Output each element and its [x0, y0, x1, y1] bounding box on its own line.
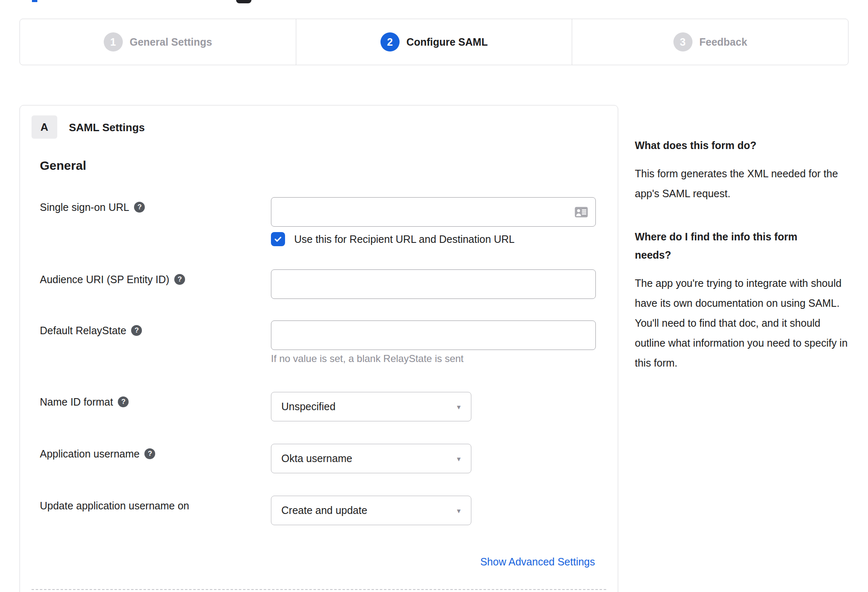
step-1-number-badge: 1: [104, 32, 123, 51]
checkmark-icon: [273, 235, 283, 244]
step-2-number-badge: 2: [380, 32, 400, 51]
name-id-format-value: Unspecified: [281, 401, 336, 413]
help-icon[interactable]: ?: [131, 325, 142, 336]
step-3-number-badge: 3: [673, 32, 692, 51]
saml-settings-panel: A SAML Settings General Single sign-on U…: [20, 105, 618, 592]
sidebar-heading-1: What does this form do?: [635, 136, 851, 154]
chevron-down-icon: ▼: [456, 507, 462, 514]
name-id-format-label: Name ID format?: [40, 396, 129, 408]
help-icon[interactable]: ?: [118, 396, 129, 407]
help-icon[interactable]: ?: [144, 448, 155, 459]
general-heading: General: [40, 159, 86, 173]
chevron-down-icon: ▼: [456, 455, 462, 462]
recipient-url-checkbox-label[interactable]: Use this for Recipient URL and Destinati…: [294, 233, 514, 245]
help-glyph: ?: [134, 326, 139, 335]
step-1-label: General Settings: [130, 36, 212, 48]
show-advanced-settings-link[interactable]: Show Advanced Settings: [480, 556, 595, 568]
cropped-title-fragment-blue: [32, 0, 37, 2]
sso-url-label: Single sign-on URL?: [40, 201, 145, 213]
chevron-down-icon: ▼: [456, 404, 462, 410]
section-title: SAML Settings: [69, 121, 145, 134]
step-3-label: Feedback: [700, 36, 747, 48]
update-application-username-value: Create and update: [281, 504, 367, 516]
name-id-format-select[interactable]: Unspecified ▼: [271, 392, 471, 421]
help-sidebar: What does this form do? This form genera…: [635, 136, 851, 373]
default-relaystate-label-text: Default RelayState: [40, 325, 126, 336]
audience-uri-label-text: Audience URI (SP Entity ID): [40, 274, 169, 285]
help-glyph: ?: [178, 275, 182, 284]
sso-url-label-text: Single sign-on URL: [40, 201, 129, 213]
update-application-username-select[interactable]: Create and update ▼: [271, 496, 471, 525]
audience-uri-label: Audience URI (SP Entity ID)?: [40, 274, 185, 286]
audience-uri-input[interactable]: [271, 269, 596, 299]
sidebar-paragraph-2: The app you're trying to integrate with …: [635, 273, 851, 373]
recipient-url-checkbox[interactable]: [271, 232, 285, 246]
name-id-format-label-text: Name ID format: [40, 396, 113, 408]
recipient-url-checkbox-row: Use this for Recipient URL and Destinati…: [271, 232, 514, 246]
sidebar-paragraph-1: This form generates the XML needed for t…: [635, 164, 851, 203]
sidebar-heading-2: Where do I find the info this form needs…: [635, 228, 830, 264]
application-username-label-text: Application username: [40, 448, 139, 460]
default-relaystate-label: Default RelayState?: [40, 325, 142, 337]
section-a-badge: A: [32, 115, 57, 139]
default-relaystate-input[interactable]: [271, 320, 596, 350]
step-general-settings[interactable]: 1 General Settings: [20, 19, 296, 65]
help-icon[interactable]: ?: [174, 274, 185, 285]
help-glyph: ?: [148, 450, 152, 458]
help-glyph: ?: [121, 398, 125, 406]
section-divider: [32, 589, 606, 590]
update-application-username-label: Update application username on: [40, 500, 189, 512]
wizard-stepper: 1 General Settings 2 Configure SAML 3 Fe…: [20, 19, 848, 65]
step-2-label: Configure SAML: [407, 36, 488, 48]
help-icon[interactable]: ?: [134, 202, 145, 213]
help-glyph: ?: [137, 203, 141, 211]
application-username-select[interactable]: Okta username ▼: [271, 444, 471, 473]
application-username-label: Application username?: [40, 448, 155, 460]
step-configure-saml[interactable]: 2 Configure SAML: [296, 19, 572, 65]
sso-url-input[interactable]: [271, 197, 596, 227]
application-username-value: Okta username: [281, 453, 352, 465]
step-feedback[interactable]: 3 Feedback: [572, 19, 848, 65]
relaystate-hint: If no value is set, a blank RelayState i…: [271, 353, 463, 364]
cropped-title-fragment-dark: [236, 0, 251, 3]
